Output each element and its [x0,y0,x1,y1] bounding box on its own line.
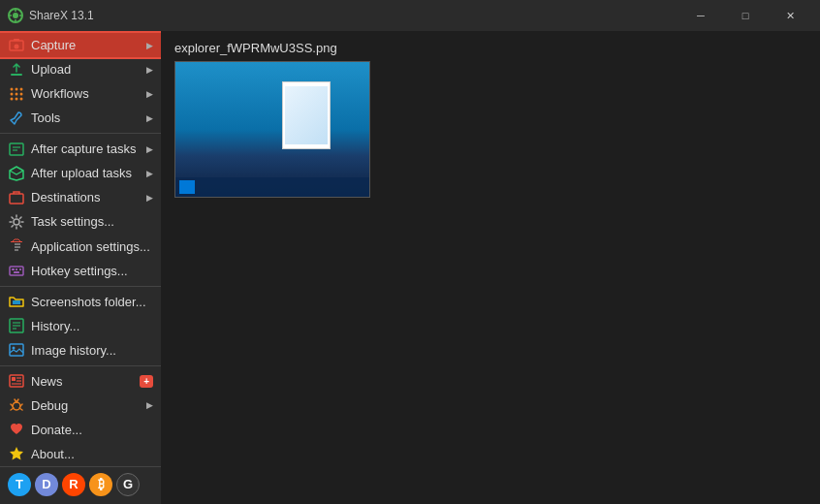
sidebar-item-after-upload[interactable]: After upload tasks▶ [0,161,161,185]
submenu-arrow-upload: ▶ [146,65,153,75]
svg-rect-19 [10,143,23,155]
svg-point-10 [11,87,14,90]
sidebar-item-hotkey-settings[interactable]: Hotkey settings... [0,259,161,283]
close-button[interactable]: ✕ [768,0,812,31]
sidebar-item-app-settings[interactable]: Application settings... [0,234,161,258]
sidebar-item-label-task-settings: Task settings... [31,214,153,229]
svg-rect-22 [10,194,23,204]
sidebar-item-screenshots-folder[interactable]: Screenshots folder... [0,290,161,314]
sidebar-item-image-history[interactable]: Image history... [0,338,161,362]
sidebar-item-label-capture: Capture [31,38,142,52]
image-history-icon [8,341,25,359]
screenshot-filename: explorer_fWPRMwU3SS.png [174,41,806,55]
social-bar: TDR₿G [0,466,161,502]
svg-rect-9 [11,74,22,76]
app-icon [8,8,23,23]
sidebar-item-upload[interactable]: Upload▶ [0,57,161,81]
svg-rect-7 [14,39,19,41]
about-icon [8,445,25,462]
tools-icon [8,110,25,127]
hotkey-settings-icon [8,262,25,279]
destinations-icon [8,189,25,206]
sidebar-item-label-workflows: Workflows [31,86,142,101]
capture-icon [8,37,25,54]
preview-window-inner [285,86,328,144]
sidebar-item-label-screenshots-folder: Screenshots folder... [31,295,153,309]
svg-point-12 [20,87,23,90]
sidebar-item-label-about: About... [31,447,153,461]
svg-point-44 [13,402,20,410]
sidebar-item-label-hotkey-settings: Hotkey settings... [31,264,153,278]
svg-rect-27 [10,267,23,275]
news-badge: + [140,375,153,388]
sidebar-item-debug[interactable]: Debug▶ [0,394,161,418]
submenu-arrow-destinations: ▶ [146,193,153,203]
sidebar-item-history[interactable]: History... [0,314,161,338]
submenu-arrow-tools: ▶ [146,113,153,123]
sidebar-item-label-image-history: Image history... [31,343,153,358]
main-content: Capture▶Upload▶Workflows▶Tools▶After cap… [0,31,820,504]
svg-rect-29 [16,268,17,270]
sidebar-item-workflows[interactable]: Workflows▶ [0,81,161,106]
svg-marker-51 [10,447,23,460]
sidebar-item-tools[interactable]: Tools▶ [0,106,161,130]
svg-point-15 [20,92,23,95]
social-twitter-icon[interactable]: T [8,473,31,496]
preview-start-button [179,180,195,194]
social-bitcoin-icon[interactable]: ₿ [89,473,112,496]
sidebar-item-capture[interactable]: Capture▶ [0,33,161,57]
svg-point-18 [20,97,23,100]
upload-icon [8,61,25,79]
svg-point-17 [16,97,18,100]
svg-point-14 [16,92,18,95]
submenu-arrow-after-capture: ▶ [146,144,153,154]
window-controls: ─ □ ✕ [678,0,812,31]
debug-icon [8,396,25,414]
svg-rect-28 [12,268,15,270]
svg-line-49 [11,408,14,410]
donate-icon [8,421,25,438]
social-discord-icon[interactable]: D [35,473,58,496]
history-icon [8,317,25,334]
svg-point-23 [14,219,19,225]
sidebar: Capture▶Upload▶Workflows▶Tools▶After cap… [0,31,161,504]
svg-line-50 [19,408,22,410]
social-reddit-icon[interactable]: R [62,473,85,496]
preview-window-element [282,81,331,149]
svg-point-1 [13,13,18,18]
sidebar-item-label-donate: Donate... [31,423,153,437]
submenu-arrow-workflows: ▶ [146,89,153,99]
submenu-arrow-capture: ▶ [146,41,153,50]
svg-point-8 [15,44,19,48]
social-github-icon[interactable]: G [116,473,140,496]
screenshot-preview [174,61,370,198]
sidebar-item-after-capture[interactable]: After capture tasks▶ [0,137,161,161]
sidebar-item-label-history: History... [31,319,153,333]
menu-separator [0,365,161,366]
sidebar-item-donate[interactable]: Donate... [0,418,161,442]
screenshots-folder-icon [8,293,25,310]
sidebar-item-label-upload: Upload [31,62,142,77]
svg-rect-32 [13,300,20,304]
svg-rect-37 [10,344,23,356]
after-upload-icon [8,165,25,182]
content-area: explorer_fWPRMwU3SS.png [161,31,820,504]
sidebar-item-about[interactable]: About... [0,442,161,466]
maximize-button[interactable]: □ [723,0,768,31]
sidebar-item-label-news: News [31,374,136,389]
sidebar-item-label-destinations: Destinations [31,190,142,205]
sidebar-item-label-app-settings: Application settings... [31,239,153,254]
workflows-icon [8,85,25,103]
svg-rect-31 [14,271,19,273]
submenu-arrow-after-upload: ▶ [146,169,153,178]
sidebar-item-task-settings[interactable]: Task settings... [0,209,161,234]
sidebar-item-label-after-upload: After upload tasks [31,166,142,180]
menu-separator [0,133,161,134]
sidebar-item-destinations[interactable]: Destinations▶ [0,185,161,209]
minimize-button[interactable]: ─ [678,0,723,31]
svg-rect-40 [12,377,16,381]
svg-point-38 [13,347,16,350]
sidebar-item-label-after-capture: After capture tasks [31,142,142,156]
sidebar-item-news[interactable]: News+ [0,369,161,394]
sidebar-item-label-debug: Debug [31,398,142,413]
